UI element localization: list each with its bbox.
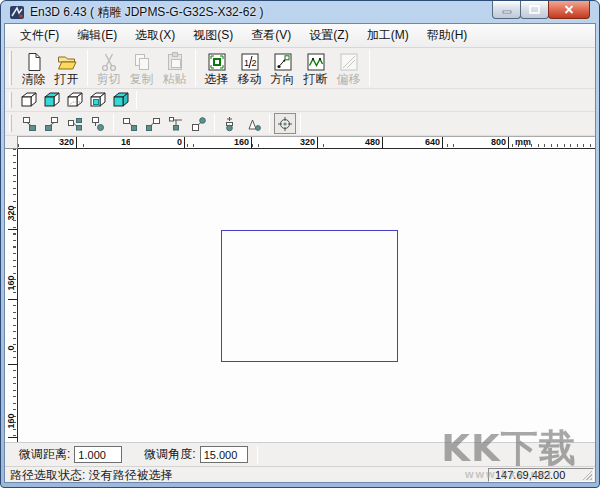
node-raise-button[interactable] [187, 114, 210, 134]
minimize-button[interactable] [492, 1, 521, 19]
view-hollow-button[interactable] [63, 90, 86, 110]
paste-button[interactable]: 粘贴 [158, 49, 191, 87]
vertical-ruler: 320 160 0 160 [5, 149, 18, 442]
open-folder-icon [56, 51, 78, 73]
view-inner-face-button[interactable] [86, 90, 109, 110]
menu-file[interactable]: 文件(F) [11, 24, 68, 47]
cube-solid-icon [111, 91, 131, 109]
cube-wireframe-icon [19, 91, 39, 109]
view-toolbar [5, 89, 595, 112]
ruler-label: 320 [263, 137, 318, 148]
toolbar-gripper [9, 51, 12, 85]
cut-button[interactable]: 剪切 [92, 49, 125, 87]
copy-icon [131, 51, 153, 73]
main-toolbar: 清除 打开 剪切 [5, 48, 595, 89]
node-move-left-icon [145, 116, 161, 132]
move-icon: 1 2 [239, 51, 261, 73]
drawing-canvas[interactable] [18, 149, 595, 442]
client-area: 文件(F) 编辑(E) 选取(X) 视图(S) 查看(V) 设置(Z) 加工(M… [4, 23, 596, 483]
toolbar-separator [113, 114, 114, 133]
node-anchor-icon [223, 116, 239, 132]
toolbar-separator [214, 114, 215, 133]
nudge-distance-label: 微调距离: [19, 446, 70, 463]
node-link-button[interactable] [17, 114, 40, 134]
toolbar-separator [87, 50, 88, 86]
window-title: En3D 6.43 ( 精雕 JDPMS-G-G32S-X32-62 ) [30, 4, 263, 21]
path-drop-button[interactable] [86, 114, 109, 134]
move-button[interactable]: 1 2 移动 [233, 49, 266, 87]
maximize-button[interactable] [520, 1, 549, 19]
menu-machine[interactable]: 加工(M) [358, 24, 418, 47]
window-controls [493, 1, 590, 19]
node-anchor-button[interactable] [219, 114, 242, 134]
path-toolbar [5, 112, 595, 136]
status-bar: 路径选取状态: 没有路径被选择 147.69,482.00 [5, 466, 595, 482]
ruler-label: 0 [130, 137, 185, 148]
menu-help[interactable]: 帮助(H) [418, 24, 477, 47]
ruler-label: 640 [388, 137, 443, 148]
nudge-angle-label: 微调角度: [144, 446, 195, 463]
node-move-right-button[interactable] [118, 114, 141, 134]
node-move-left-button[interactable] [141, 114, 164, 134]
ruler-major-tick [8, 364, 17, 365]
menu-settings[interactable]: 设置(Z) [300, 24, 357, 47]
copy-button[interactable]: 复制 [125, 49, 158, 87]
node-unlink-button[interactable] [40, 114, 63, 134]
ruler-corner [5, 136, 18, 149]
origin-target-icon [277, 116, 293, 132]
select-button[interactable]: 选择 [200, 49, 233, 87]
nudge-panel: 微调距离: 微调角度: [5, 442, 595, 466]
menu-look[interactable]: 查看(V) [242, 24, 300, 47]
horizontal-ruler: 320 160 0 160 320 480 640 800 mm [18, 136, 595, 149]
ruler-label: 320 [5, 198, 17, 228]
menu-edit[interactable]: 编辑(E) [68, 24, 126, 47]
svg-text:1: 1 [244, 58, 249, 68]
offset-icon [338, 51, 360, 73]
view-solid-button[interactable] [109, 90, 132, 110]
app-window: En3D 6.43 ( 精雕 JDPMS-G-G32S-X32-62 ) 文件(… [0, 0, 600, 488]
offset-button[interactable]: 偏移 [332, 49, 365, 87]
nudge-distance-input[interactable] [74, 446, 122, 463]
path-join-button[interactable] [63, 114, 86, 134]
path-join-icon [67, 116, 83, 132]
ruler-major-tick [8, 229, 17, 230]
cube-hollow-icon [65, 91, 85, 109]
toolbar-separator [136, 91, 137, 109]
cube-inner-face-icon [88, 91, 108, 109]
ruler-label: 0 [5, 333, 17, 363]
path-tree-button[interactable] [164, 114, 187, 134]
node-unlink-icon [44, 116, 60, 132]
view-shaded-button[interactable] [40, 90, 63, 110]
close-button[interactable] [548, 1, 590, 19]
direction-button[interactable]: 方向 [266, 49, 299, 87]
toolbar-gripper [9, 115, 12, 132]
menu-view[interactable]: 视图(S) [184, 24, 242, 47]
path-drop-icon [90, 116, 106, 132]
open-button[interactable]: 打开 [50, 49, 83, 87]
view-wireframe-button[interactable] [17, 90, 40, 110]
menu-bar: 文件(F) 编辑(E) 选取(X) 视图(S) 查看(V) 设置(Z) 加工(M… [5, 24, 595, 48]
ruler-major-tick [8, 299, 17, 300]
direction-icon [272, 51, 294, 73]
path-scale-button[interactable] [242, 114, 265, 134]
ruler-unit-label: mm [515, 137, 531, 148]
node-link-icon [21, 116, 37, 132]
resize-grip[interactable] [581, 469, 592, 480]
break-button[interactable]: 打断 [299, 49, 332, 87]
menu-select[interactable]: 选取(X) [126, 24, 184, 47]
node-raise-icon [191, 116, 207, 132]
app-icon [9, 5, 25, 20]
clear-button[interactable]: 清除 [17, 49, 50, 87]
cut-icon [98, 51, 120, 73]
new-document-icon [23, 51, 45, 73]
origin-target-button[interactable] [274, 113, 296, 134]
panel-separator [257, 446, 258, 464]
svg-text:2: 2 [251, 58, 256, 68]
ruler-major-tick [8, 437, 17, 438]
toolbar-separator [369, 50, 370, 86]
title-bar: En3D 6.43 ( 精雕 JDPMS-G-G32S-X32-62 ) [4, 1, 596, 23]
paste-icon [164, 51, 186, 73]
node-move-right-icon [122, 116, 138, 132]
path-rectangle[interactable] [221, 230, 398, 362]
nudge-angle-input[interactable] [200, 446, 248, 463]
